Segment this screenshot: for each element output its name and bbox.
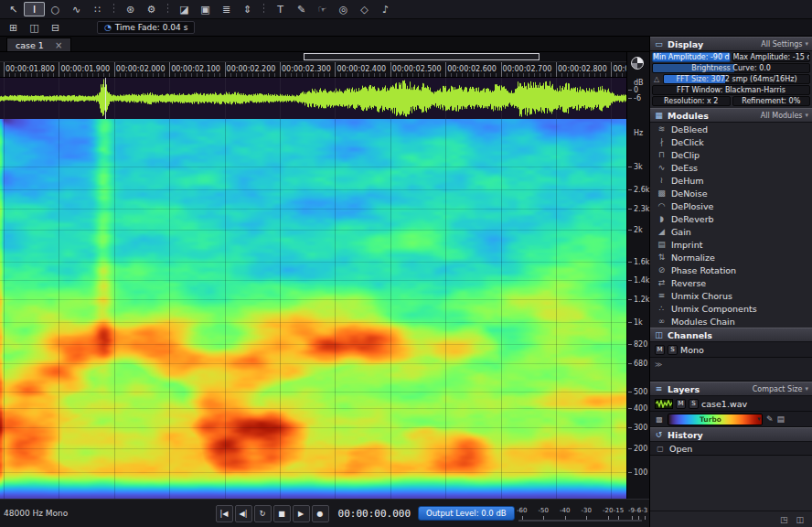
module-reverse[interactable]: ⇄Reverse bbox=[650, 276, 812, 289]
layers-panel-header[interactable]: ≡ Layers Compact Size ▾ bbox=[650, 382, 812, 396]
toolbar-separator bbox=[111, 4, 117, 15]
layers-size-dropdown[interactable]: Compact Size ▾ bbox=[753, 385, 808, 393]
display-settings-dropdown[interactable]: All Settings ▾ bbox=[761, 40, 808, 48]
hand-tool[interactable]: ☞ bbox=[312, 2, 333, 16]
eraser-tool[interactable]: ◪ bbox=[174, 2, 195, 16]
module-gain[interactable]: ◢Gain bbox=[650, 225, 812, 238]
history-item-open[interactable]: ▢ Open bbox=[650, 442, 812, 456]
channels-icon: ◫ bbox=[654, 330, 664, 339]
pencil-tool[interactable]: ✎ bbox=[291, 2, 312, 16]
colormap-selector[interactable]: Turbo ▾ bbox=[668, 414, 763, 425]
channel-mute-button[interactable]: M bbox=[655, 345, 665, 355]
record-button[interactable]: ● bbox=[312, 505, 329, 522]
meter-tick-label: -40 bbox=[560, 507, 570, 514]
freq-tick-100: 100 bbox=[634, 468, 647, 477]
go-to-end-button[interactable]: ◀| bbox=[235, 505, 252, 522]
heal-tool[interactable]: ⊛ bbox=[120, 2, 141, 16]
frequency-selection-tool[interactable]: ∿ bbox=[66, 2, 87, 16]
max-amplitude-field[interactable]: Max Amplitude: -15 dB bbox=[732, 52, 811, 62]
time-ruler[interactable]: 00:00:01.80000:00:01.90000:00:02.00000:0… bbox=[0, 62, 649, 78]
module-label: Gain bbox=[671, 227, 691, 237]
module-phase-rotation-icon: ⊘ bbox=[657, 265, 667, 274]
resolution-field[interactable]: Resolution: x 2 bbox=[652, 96, 731, 106]
output-level-button[interactable]: Output Level: 0.0 dB bbox=[418, 506, 515, 521]
pan-wheel-icon[interactable] bbox=[631, 57, 644, 70]
channel-solo-button[interactable]: S bbox=[668, 345, 678, 355]
tab-close-icon[interactable]: × bbox=[55, 40, 62, 50]
waveform-view[interactable] bbox=[0, 78, 626, 119]
colormap-library-icon[interactable]: ▤ bbox=[777, 414, 785, 424]
process-tool[interactable]: ⚙ bbox=[141, 2, 162, 16]
module-unmix-components[interactable]: ∴Unmix Components bbox=[650, 302, 812, 315]
output-meter: -60-50-40-30-20-15-9-6-3 bbox=[518, 504, 646, 522]
options-icon[interactable]: ◫ bbox=[796, 515, 804, 524]
layer-mute-button[interactable]: M bbox=[676, 399, 686, 409]
selection-tools-more[interactable]: ∷ bbox=[87, 2, 108, 16]
module-normalize[interactable]: ⇅Normalize bbox=[650, 251, 812, 264]
module-unmix-chorus[interactable]: ≡Unmix Chorus bbox=[650, 289, 812, 302]
module-deess[interactable]: ∿DeEss bbox=[650, 161, 812, 174]
module-phase-rotation[interactable]: ⊘Phase Rotation bbox=[650, 264, 812, 276]
channel-row-mono[interactable]: M S Mono bbox=[650, 342, 812, 358]
time-fade-field[interactable]: ◔ Time Fade: 0.04 s bbox=[97, 21, 195, 34]
layer-solo-button[interactable]: S bbox=[689, 399, 699, 409]
ab-compare-tool[interactable]: ◫ bbox=[24, 20, 45, 35]
history-panel-header[interactable]: ↺ History bbox=[650, 427, 812, 442]
colormap-dropdown-icon[interactable]: ▾ bbox=[757, 415, 761, 423]
db-tick-minus6: -6 bbox=[634, 94, 641, 102]
ruler-label: 00:00:02.100 bbox=[171, 65, 220, 73]
refinement-field[interactable]: Refinement: 0% bbox=[732, 96, 811, 106]
min-amplitude-field[interactable]: Min Amplitude: -90 dB bbox=[652, 52, 731, 62]
ruler-label: 00:00:02.500 bbox=[392, 65, 442, 73]
go-to-start-button[interactable]: |◀ bbox=[216, 505, 233, 522]
module-imprint[interactable]: ▤Imprint bbox=[650, 238, 812, 251]
ruler-label: 00:00:02.000 bbox=[116, 65, 166, 73]
freq-tick-1k: 1k bbox=[634, 318, 643, 327]
module-dereverb[interactable]: ◗DeReverb bbox=[650, 212, 812, 225]
play-button[interactable]: ▶ bbox=[293, 505, 310, 522]
selection-tool[interactable]: ↖ bbox=[3, 2, 24, 16]
fft-window-field[interactable]: FFT Window: Blackman-Harris bbox=[652, 85, 810, 95]
loop-button[interactable]: ↻ bbox=[254, 505, 272, 522]
module-declick[interactable]: ∤DeClick bbox=[650, 135, 812, 148]
history-open-icon: ▢ bbox=[656, 444, 665, 454]
fft-size-field[interactable]: FFT Size: 3072 smp (64ms/16Hz) bbox=[663, 74, 810, 84]
layout-tool[interactable]: ⊟ bbox=[45, 20, 66, 35]
modules-filter-dropdown[interactable]: All Modules ▾ bbox=[761, 112, 808, 120]
3d-view-tool[interactable]: ◇ bbox=[354, 2, 375, 16]
module-debleed[interactable]: ≋DeBleed bbox=[650, 123, 812, 135]
module-dehum[interactable]: ≀DeHum bbox=[650, 174, 812, 187]
overview-window[interactable] bbox=[304, 53, 540, 60]
expand-icon[interactable]: ≫ bbox=[655, 360, 662, 369]
gain-tool[interactable]: ⇕ bbox=[237, 2, 258, 16]
zoom-tool[interactable]: ◎ bbox=[333, 2, 354, 16]
brightness-curve-field[interactable]: Brightness Curve: 0.0 bbox=[652, 63, 810, 73]
spectrogram-view[interactable] bbox=[0, 119, 626, 499]
transform-tool[interactable]: ⊞ bbox=[3, 20, 24, 35]
modules-panel-header[interactable]: ▦ Modules All Modules ▾ bbox=[650, 108, 812, 123]
tab-case1[interactable]: case 1 × bbox=[6, 38, 71, 51]
lasso-selection-tool[interactable]: ○ bbox=[45, 2, 66, 16]
module-modules-chain[interactable]: ∞Modules Chain bbox=[650, 315, 812, 328]
module-deplosive[interactable]: ◠DePlosive bbox=[650, 199, 812, 212]
module-declip[interactable]: ⊓DeClip bbox=[650, 148, 812, 161]
duplicate-icon[interactable]: ◳ bbox=[780, 515, 788, 524]
channels-panel-title: Channels bbox=[668, 330, 712, 340]
harmonic-repair-tool[interactable]: ≣ bbox=[216, 2, 237, 16]
display-panel-title: Display bbox=[668, 39, 703, 49]
layer-row-case1[interactable]: M S case1.wav bbox=[650, 396, 812, 412]
text-annotation-tool[interactable]: T bbox=[270, 2, 291, 16]
channels-panel-header[interactable]: ◫ Channels bbox=[650, 328, 812, 342]
display-panel-header[interactable]: ▭ Display All Settings ▾ bbox=[650, 37, 812, 51]
module-denoise[interactable]: ▩DeNoise bbox=[650, 187, 812, 199]
colormap-edit-icon[interactable]: ✎ bbox=[766, 414, 774, 424]
freq-tick-200: 200 bbox=[634, 445, 647, 453]
module-label: DeClip bbox=[671, 150, 700, 160]
overview-bar[interactable] bbox=[0, 52, 626, 62]
playback-tool[interactable]: ♪ bbox=[375, 2, 396, 16]
stop-button[interactable]: ■ bbox=[273, 505, 291, 522]
time-selection-tool[interactable]: I bbox=[24, 2, 45, 16]
brightness-row: Brightness Curve: 0.0 bbox=[650, 62, 812, 73]
clone-stamp-tool[interactable]: ▣ bbox=[195, 2, 216, 16]
module-declip-icon: ⊓ bbox=[657, 150, 667, 159]
